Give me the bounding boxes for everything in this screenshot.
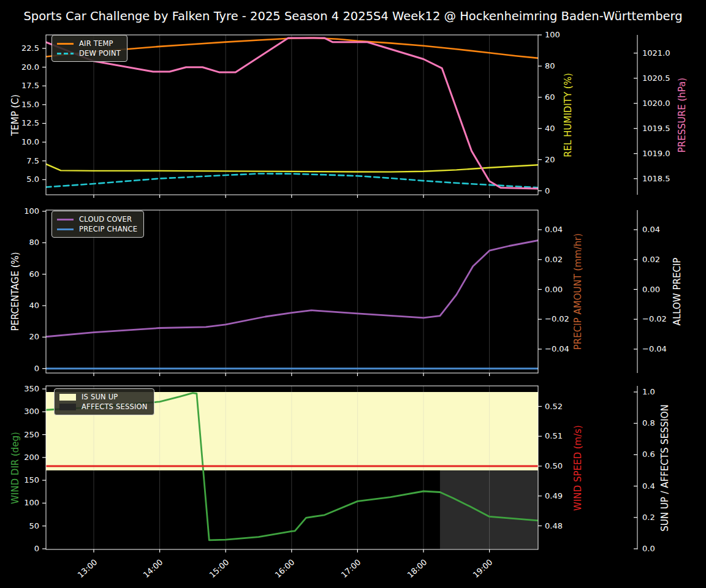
y-tick-label: 20 bbox=[29, 332, 39, 342]
y-tick-label: 40 bbox=[545, 124, 555, 134]
y-tick-label: 5.0 bbox=[26, 175, 39, 184]
y-tick-label: 0.48 bbox=[545, 521, 563, 531]
y-tick-label: 80 bbox=[29, 238, 39, 247]
y-tick-label: 0.0 bbox=[642, 544, 655, 554]
y-tick-label: 1018.5 bbox=[642, 174, 670, 184]
y-tick-label: −0.04 bbox=[642, 344, 667, 354]
y-tick-label: 0.50 bbox=[545, 461, 563, 471]
legend-item: DEW POINT bbox=[57, 48, 121, 58]
y-tick-label: −0.02 bbox=[642, 314, 667, 324]
y-tick-label: 100 bbox=[545, 30, 560, 40]
y-tick-label: 50 bbox=[29, 521, 39, 531]
legend-item: AFFECTS SESSION bbox=[59, 402, 148, 412]
y-tick-label: 0 bbox=[545, 186, 550, 196]
left-axis-label: TEMP (C) bbox=[10, 94, 21, 136]
y-tick-label: 0.04 bbox=[642, 225, 660, 235]
legend-label: AFFECTS SESSION bbox=[82, 402, 148, 411]
right-axis-outer-label: SUN UP / AFFECTS SESSION bbox=[659, 404, 670, 532]
legend-item: AIR TEMP bbox=[57, 39, 121, 48]
series-dew-point bbox=[46, 174, 539, 188]
legend-swatch-icon bbox=[59, 404, 76, 410]
y-tick-label: 250 bbox=[24, 430, 39, 440]
y-tick-label: 20.0 bbox=[21, 62, 39, 72]
y-tick-label: −0.04 bbox=[545, 344, 569, 354]
right-axis-inner-label: REL HUMIDITY (%) bbox=[563, 73, 574, 157]
y-tick-label: 0.8 bbox=[642, 418, 655, 428]
legend-swatch-icon bbox=[57, 53, 74, 55]
legend-swatch-icon bbox=[57, 228, 74, 230]
right-axis-inner-label: WIND SPEED (m/s) bbox=[572, 425, 583, 511]
left-axis-label: WIND DIR (deg) bbox=[10, 432, 21, 504]
y-tick-label: 100 bbox=[24, 206, 39, 216]
y-tick-label: 0.00 bbox=[545, 285, 563, 295]
y-tick-label: 0.4 bbox=[642, 481, 655, 491]
y-tick-label: 0.02 bbox=[642, 255, 660, 265]
y-tick-label: 17.5 bbox=[21, 81, 39, 91]
series-rel-humidity bbox=[46, 164, 539, 172]
y-tick-label: 1021.0 bbox=[642, 48, 670, 58]
legend: CLOUD COVERPRECIP CHANCE bbox=[51, 211, 144, 238]
y-tick-label: 0.02 bbox=[545, 255, 563, 265]
y-tick-label: 350 bbox=[24, 384, 39, 394]
y-tick-label: 20 bbox=[545, 155, 555, 165]
legend-item: PRECIP CHANCE bbox=[57, 224, 137, 234]
y-tick-label: 60 bbox=[29, 270, 39, 279]
y-tick-label: 1020.0 bbox=[642, 99, 670, 108]
legend-swatch-icon bbox=[59, 394, 76, 401]
band-affects-session bbox=[440, 470, 538, 549]
y-tick-label: 15.0 bbox=[21, 100, 39, 110]
legend-label: IS SUN UP bbox=[82, 393, 118, 401]
y-tick-label: 0 bbox=[34, 364, 39, 374]
y-tick-label: 1020.5 bbox=[642, 74, 670, 83]
y-tick-label: 0.04 bbox=[545, 225, 563, 235]
series-cloud-cover bbox=[46, 241, 539, 337]
left-axis-label: PERCENTAGE (%) bbox=[10, 252, 21, 331]
y-tick-label: 100 bbox=[24, 498, 39, 508]
y-tick-label: 0.51 bbox=[545, 431, 563, 441]
y-tick-label: 0.6 bbox=[642, 450, 655, 459]
legend-swatch-icon bbox=[57, 219, 74, 221]
right-axis-outer-label: PRESSURE (hPa) bbox=[677, 77, 688, 152]
y-tick-label: 7.5 bbox=[26, 156, 39, 166]
legend-label: AIR TEMP bbox=[79, 39, 113, 48]
y-tick-label: 22.5 bbox=[21, 43, 39, 53]
figure: Sports Car Challenge by Falken Tyre - 20… bbox=[0, 0, 706, 588]
y-tick-label: 0.00 bbox=[642, 285, 660, 295]
y-tick-label: 0 bbox=[34, 544, 39, 554]
y-tick-label: 300 bbox=[24, 407, 39, 417]
y-tick-label: 80 bbox=[545, 61, 555, 71]
y-tick-label: 1019.5 bbox=[642, 124, 670, 134]
legend-swatch-icon bbox=[57, 43, 74, 45]
legend: IS SUN UPAFFECTS SESSION bbox=[54, 388, 154, 415]
y-tick-label: 150 bbox=[24, 475, 39, 485]
y-tick-label: 10.0 bbox=[21, 137, 39, 147]
y-tick-label: −0.02 bbox=[545, 314, 569, 324]
legend: AIR TEMPDEW POINT bbox=[51, 35, 127, 62]
plot-canvas bbox=[0, 0, 706, 588]
y-tick-label: 60 bbox=[545, 92, 555, 102]
y-tick-label: 200 bbox=[24, 453, 39, 462]
legend-label: CLOUD COVER bbox=[79, 215, 132, 224]
y-tick-label: 0.49 bbox=[545, 491, 563, 501]
right-axis-inner-label: PRECIP AMOUNT (mm/hr) bbox=[572, 233, 583, 350]
y-tick-label: 0.52 bbox=[545, 402, 563, 412]
legend-item: CLOUD COVER bbox=[57, 214, 137, 224]
legend-label: PRECIP CHANCE bbox=[79, 225, 137, 233]
right-axis-outer-label: ALLOW PRECIP bbox=[672, 258, 683, 326]
y-tick-label: 12.5 bbox=[21, 118, 39, 128]
y-tick-label: 1.0 bbox=[642, 387, 655, 397]
legend-item: IS SUN UP bbox=[59, 392, 148, 402]
y-tick-label: 40 bbox=[29, 301, 39, 311]
y-tick-label: 0.2 bbox=[642, 513, 655, 522]
y-tick-label: 1019.0 bbox=[642, 149, 670, 159]
legend-label: DEW POINT bbox=[79, 49, 121, 58]
